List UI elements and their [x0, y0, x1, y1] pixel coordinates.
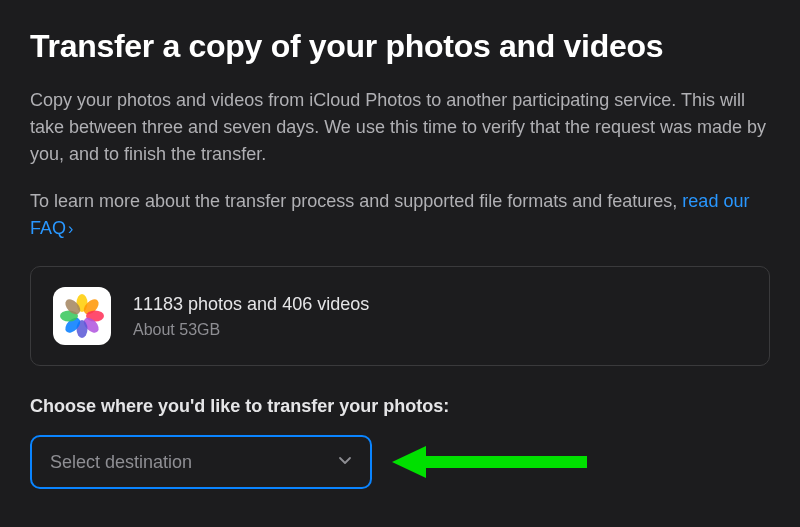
photos-app-icon [53, 287, 111, 345]
annotation-arrow-icon [392, 442, 592, 482]
svg-marker-10 [392, 446, 426, 478]
svg-point-8 [78, 312, 86, 320]
library-size: About 53GB [133, 321, 369, 339]
destination-placeholder: Select destination [50, 452, 192, 473]
library-summary-text: 11183 photos and 406 videos About 53GB [133, 294, 369, 339]
library-count: 11183 photos and 406 videos [133, 294, 369, 315]
faq-prefix: To learn more about the transfer process… [30, 191, 682, 211]
transfer-description: Copy your photos and videos from iCloud … [30, 87, 770, 168]
page-title: Transfer a copy of your photos and video… [30, 28, 770, 65]
destination-select[interactable]: Select destination [30, 435, 372, 489]
chevron-right-icon: › [68, 220, 73, 237]
choose-destination-label: Choose where you'd like to transfer your… [30, 396, 770, 417]
faq-text: To learn more about the transfer process… [30, 188, 770, 242]
library-summary-card: 11183 photos and 406 videos About 53GB [30, 266, 770, 366]
chevron-down-icon [338, 453, 352, 471]
